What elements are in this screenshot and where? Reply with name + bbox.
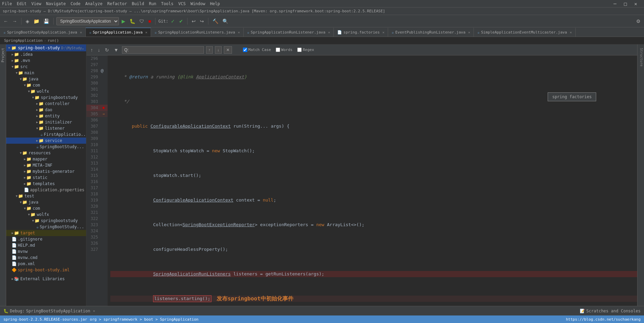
find-prev[interactable]: ↑	[206, 46, 213, 54]
tree-item-mvnwcmd[interactable]: 📄 mvnw.cmd	[6, 255, 86, 261]
tree-item-com[interactable]: ▼ 📁 com	[6, 82, 86, 88]
toolbar-redo[interactable]: ↪	[198, 18, 205, 25]
tree-item-java[interactable]: ▼ 📁 java	[6, 76, 86, 82]
tree-item-pomxml[interactable]: 📄 pom.xml	[6, 261, 86, 267]
toolbar-stop[interactable]: ■	[147, 18, 152, 25]
tree-item-controller[interactable]: ▶ 📁 controller	[6, 101, 86, 107]
vtab-project[interactable]: Project	[0, 44, 5, 66]
tree-item-idea[interactable]: ▶ 📁 .idea	[6, 51, 86, 57]
tree-item-mybatis[interactable]: ▶ 📁 mybatis-generator	[6, 168, 86, 175]
main-area: Project ▼ 📁 spring-boot-study D:\MyStudy…	[0, 44, 644, 306]
toolbar-save[interactable]: 💾	[42, 18, 51, 25]
tree-item-dao[interactable]: ▶ 📁 dao	[6, 107, 86, 113]
tree-item-springbootstudy-java[interactable]: ☕ SpringBootStudy...	[6, 144, 86, 150]
menu-code[interactable]: Code	[71, 1, 81, 6]
toolbar-settings[interactable]: ⚙	[635, 18, 642, 25]
run-config-dropdown[interactable]: SpringBootStudyApplication	[56, 17, 119, 25]
tab-springbootstudyapplication[interactable]: ☕ SpringBootStudyApplication.java ✕	[0, 28, 86, 37]
menu-vcs[interactable]: VCS	[178, 1, 186, 6]
toolbar-debug[interactable]: 🐛	[128, 18, 137, 25]
menu-build[interactable]: Build	[132, 1, 144, 6]
tree-item-external-libs[interactable]: ▶ 📚 External Libraries	[6, 276, 86, 282]
tree-item-listener[interactable]: ▼ 📁 listener	[6, 125, 86, 131]
tab-simpleapplicationeventmulticaster[interactable]: ☕ SimpleApplicationEventMulticaster.java…	[474, 28, 575, 37]
tree-item-firstapplication[interactable]: ☕ FirstApplicatio...	[6, 131, 86, 138]
git-tick[interactable]: ✔	[178, 18, 184, 25]
tab-eventpublishingrunlistener[interactable]: ☕ EventPublishingRunListener.java ✕	[388, 28, 474, 37]
tree-item-helpmd[interactable]: 📄 HELP.md	[6, 242, 86, 248]
toolbar-run-with-coverage[interactable]: 🛡	[138, 18, 146, 25]
tree-item-target[interactable]: ▶ 📁 target	[6, 230, 86, 236]
window-close[interactable]: ✕	[634, 1, 637, 7]
menu-window[interactable]: Window	[190, 1, 205, 6]
find-match-case[interactable]: Match Case	[243, 48, 271, 52]
tree-item-gitignore[interactable]: 📄 .gitignore	[6, 236, 86, 242]
tree-item-test-springbootstudy[interactable]: ▼ 📁 springbootstudy	[6, 218, 86, 224]
find-input[interactable]	[122, 46, 204, 54]
toolbar-undo[interactable]: ↩	[190, 18, 197, 25]
tree-item-springbootstudy[interactable]: ▼ 📁 springbootstudy	[6, 94, 86, 101]
menu-view[interactable]: View	[31, 1, 41, 6]
toolbar-back[interactable]: ←	[2, 18, 10, 25]
tree-item-test-java-file[interactable]: ☕ SpringBootStudy...	[6, 224, 86, 230]
tree-item-wolfx[interactable]: ▼ 📁 wolfx	[6, 88, 86, 94]
vtab-structure[interactable]: Structure	[638, 44, 644, 70]
tree-item-metainf[interactable]: ▶ 📁 META-INF	[6, 162, 86, 168]
tab-springfactories[interactable]: 📄 spring.factories ✕	[334, 28, 388, 37]
toolbar-run[interactable]: ▶	[120, 18, 127, 25]
menu-refactor[interactable]: Refactor	[107, 1, 127, 6]
toolbar-forward[interactable]: →	[11, 18, 18, 25]
tab-springapplicationrunlisteners[interactable]: ☕ SpringApplicationRunListeners.java ✕	[151, 28, 244, 37]
menu-run[interactable]: Run	[149, 1, 156, 6]
menu-tools[interactable]: Tools	[161, 1, 174, 6]
tree-item-resources[interactable]: ▼ 📁 resources	[6, 150, 86, 156]
menu-analyze[interactable]: Analyze	[85, 1, 102, 6]
window-maximize[interactable]: □	[624, 1, 627, 7]
tree-item-static[interactable]: ▶ 📁 static	[6, 175, 86, 181]
breadcrumb-class[interactable]: SpringApplication	[4, 38, 43, 43]
debug-close[interactable]: ✕	[93, 309, 95, 313]
find-filter[interactable]: ▼	[112, 47, 120, 53]
menu-edit[interactable]: Edit	[17, 1, 27, 6]
debug-tab[interactable]: 🐛 Debug: SpringBootStudyApplication ✕	[3, 309, 95, 313]
tree-item-test-wolfx[interactable]: ▼ 📁 wolfx	[6, 211, 86, 218]
project-folder-icon: 📁	[11, 46, 16, 50]
find-close-search[interactable]: ✕	[224, 46, 232, 54]
find-nav-up[interactable]: ↑	[89, 47, 94, 53]
tree-item-iml[interactable]: 🔶 spring-boot-study.iml	[6, 267, 86, 273]
scratches-tab[interactable]: 📝 Scratches and Consoles	[580, 309, 641, 313]
git-check[interactable]: ✓	[169, 18, 176, 25]
toolbar-search[interactable]: 🔍	[221, 18, 230, 25]
tree-item-initializer[interactable]: ▶ 📁 initializer	[6, 119, 86, 125]
find-next[interactable]: ↓	[215, 46, 222, 54]
menu-file[interactable]: File	[2, 1, 12, 6]
tree-item-appprops[interactable]: 📄 application.properties	[6, 187, 86, 193]
window-minimize[interactable]: ─	[614, 1, 616, 7]
tab-springapplication[interactable]: ☕ SpringApplication.java ✕	[86, 28, 151, 37]
find-nav-down[interactable]: ↓	[96, 47, 101, 53]
tree-item-mvn[interactable]: ▶ 📁 .mvn	[6, 57, 86, 64]
toolbar-build[interactable]: 🔨	[211, 18, 220, 25]
breadcrumb-method[interactable]: run()	[47, 38, 59, 43]
sidebar: ▼ 📁 spring-boot-study D:\MyStudyProje...…	[6, 44, 86, 306]
find-words[interactable]: Words	[276, 48, 292, 52]
find-refresh[interactable]: ↻	[104, 47, 110, 53]
toolbar-open[interactable]: 📁	[32, 18, 41, 25]
menu-help[interactable]: Help	[210, 1, 220, 6]
tree-item-templates[interactable]: ▶ 📁 templates	[6, 181, 86, 187]
tree-item-test-java[interactable]: ▼ 📁 java	[6, 199, 86, 205]
tab-springapplicationrunlistener[interactable]: ☕ SpringApplicationRunListener.java ✕	[244, 28, 334, 37]
menu-navigate[interactable]: Navigate	[46, 1, 66, 6]
tree-item-mvnw[interactable]: 📄 mvnw	[6, 248, 86, 255]
tree-item-mapper[interactable]: ▶ 📁 mapper	[6, 156, 86, 162]
tree-item-entity[interactable]: ▶ 📁 entity	[6, 113, 86, 119]
tree-item-service[interactable]: ▶ 📁 service	[6, 138, 86, 144]
tree-item-main[interactable]: ▼ 📁 main	[6, 70, 86, 76]
tree-item-test-com[interactable]: ▼ 📁 com	[6, 205, 86, 211]
toolbar-new[interactable]: ◈	[24, 18, 31, 25]
tree-item-src[interactable]: ▼ 📁 src	[6, 64, 86, 70]
find-regex[interactable]: Regex	[297, 48, 314, 52]
tree-item-test[interactable]: ▼ 📁 test	[6, 193, 86, 199]
sidebar-project-header[interactable]: ▼ 📁 spring-boot-study D:\MyStudyProje...	[6, 44, 86, 51]
code-container[interactable]: 296 297 298 @ 299	[86, 55, 637, 306]
